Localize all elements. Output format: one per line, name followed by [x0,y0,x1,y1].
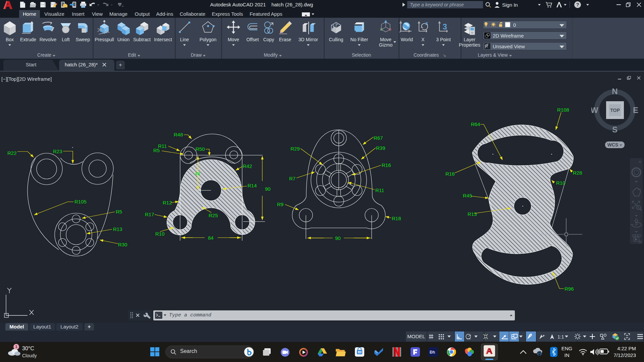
svg-text:R17: R17 [145,212,154,217]
svg-text:R45: R45 [463,193,472,198]
svg-text:R13: R13 [113,226,122,232]
svg-text:R29: R29 [290,146,300,152]
svg-text:R64: R64 [471,121,480,127]
svg-text:R108: R108 [557,107,569,113]
svg-text:R105: R105 [74,199,87,204]
svg-text:48: 48 [195,171,200,176]
svg-text:R16: R16 [445,171,455,177]
svg-text:R28: R28 [573,170,582,176]
svg-text:R25: R25 [209,213,218,218]
svg-text:R16: R16 [382,162,391,168]
svg-text:R13: R13 [468,211,477,217]
svg-text:90: 90 [265,186,271,192]
svg-text:R10: R10 [556,180,566,186]
svg-text:R7: R7 [289,176,296,181]
svg-text:90: 90 [335,235,341,241]
svg-text:R9: R9 [277,201,283,207]
svg-text:R30: R30 [118,242,127,247]
svg-text:R22: R22 [7,150,17,156]
svg-text:R10: R10 [155,231,165,237]
svg-text:R18: R18 [392,216,401,221]
svg-text:R48: R48 [174,132,183,137]
svg-text:R14: R14 [248,183,257,188]
svg-text:R5: R5 [153,147,160,153]
svg-text:R23: R23 [53,148,62,154]
svg-text:R50: R50 [196,146,205,152]
svg-text:R96: R96 [565,286,574,292]
svg-text:R42: R42 [243,163,252,169]
svg-text:R39: R39 [376,145,385,151]
svg-text:R5: R5 [116,209,122,215]
svg-text:84: 84 [208,235,214,241]
svg-text:R67: R67 [374,135,383,141]
svg-text:R11: R11 [375,187,384,193]
svg-text:R12: R12 [163,200,172,205]
